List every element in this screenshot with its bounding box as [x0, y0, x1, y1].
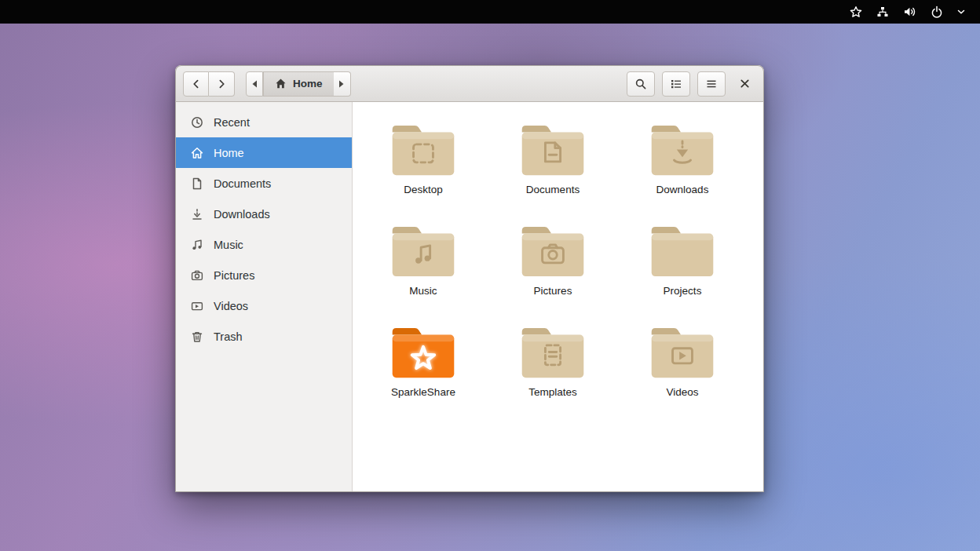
- network-icon[interactable]: [869, 0, 896, 24]
- file-label: Desktop: [404, 184, 443, 195]
- folder-icon: [517, 122, 589, 178]
- path-bar: Home: [246, 71, 351, 97]
- sidebar-item-label: Pictures: [214, 269, 254, 282]
- file-item-videos[interactable]: Videos: [623, 325, 741, 398]
- hamburger-menu-icon: [705, 78, 718, 90]
- back-chevron-icon: [190, 78, 203, 90]
- recent-clock-icon: [191, 116, 203, 129]
- folder-icon: [387, 224, 459, 279]
- download-arrow-icon: [191, 208, 203, 221]
- sidebar-item-pictures[interactable]: Pictures: [176, 260, 352, 290]
- home-icon: [275, 78, 287, 89]
- sidebar-item-documents[interactable]: Documents: [176, 168, 352, 199]
- home-icon: [191, 147, 203, 159]
- camera-icon: [191, 269, 203, 282]
- folder-icon: [646, 224, 719, 279]
- desktop-wallpaper: Home: [0, 0, 980, 551]
- sparkleshare-folder-icon: [387, 325, 459, 381]
- forward-button[interactable]: [209, 71, 235, 97]
- folder-icon: [517, 325, 589, 381]
- file-item-projects[interactable]: Projects: [623, 224, 741, 297]
- nav-buttons: [183, 71, 235, 97]
- sidebar-item-label: Home: [214, 147, 244, 159]
- trash-can-icon: [191, 330, 203, 343]
- file-item-pictures[interactable]: Pictures: [494, 224, 612, 297]
- path-current-location-button[interactable]: Home: [263, 71, 334, 97]
- sidebar-item-videos[interactable]: Videos: [176, 290, 352, 321]
- chevron-down-icon[interactable]: [950, 0, 972, 24]
- file-label: Documents: [526, 184, 580, 195]
- sidebar-item-label: Documents: [214, 177, 271, 190]
- file-grid: Desktop Documents: [353, 102, 763, 491]
- close-window-button[interactable]: [733, 71, 756, 97]
- window-body: Recent Home Documents: [175, 102, 764, 492]
- file-manager-window: Home: [175, 65, 764, 492]
- search-button[interactable]: [627, 71, 655, 97]
- file-label: Templates: [528, 386, 577, 398]
- sidebar-item-label: Trash: [214, 330, 243, 343]
- forward-chevron-icon: [215, 78, 228, 90]
- file-item-music[interactable]: Music: [364, 224, 482, 297]
- folder-icon: [517, 224, 589, 279]
- sidebar-item-home[interactable]: Home: [176, 137, 352, 168]
- view-toggle-button[interactable]: [662, 71, 690, 97]
- music-note-icon: [191, 239, 203, 251]
- sidebar-item-label: Recent: [214, 116, 250, 129]
- places-sidebar: Recent Home Documents: [176, 102, 353, 491]
- sidebar-item-music[interactable]: Music: [176, 229, 352, 260]
- file-label: SparkleShare: [391, 386, 455, 398]
- headerbar: Home: [175, 65, 764, 102]
- gnome-top-bar: [0, 0, 980, 24]
- sidebar-item-trash[interactable]: Trash: [176, 321, 352, 352]
- path-scroll-left-button[interactable]: [246, 71, 263, 97]
- folder-icon: [387, 122, 459, 178]
- file-label: Projects: [664, 285, 702, 297]
- sidebar-item-label: Downloads: [214, 208, 270, 221]
- headerbar-right-controls: [627, 71, 756, 97]
- triangle-right-icon: [338, 80, 345, 88]
- path-scroll-right-button[interactable]: [334, 71, 351, 97]
- volume-icon[interactable]: [896, 0, 923, 24]
- folder-icon: [646, 325, 719, 381]
- sidebar-item-downloads[interactable]: Downloads: [176, 199, 352, 229]
- list-view-icon: [670, 78, 682, 90]
- file-item-sparkleshare[interactable]: SparkleShare: [364, 325, 482, 398]
- file-item-documents[interactable]: Documents: [494, 122, 612, 195]
- close-icon: [739, 78, 751, 89]
- file-label: Music: [409, 285, 437, 297]
- back-button[interactable]: [183, 71, 209, 97]
- triangle-left-icon: [251, 80, 258, 88]
- favorites-star-icon[interactable]: [843, 0, 869, 24]
- file-label: Videos: [666, 386, 698, 398]
- document-icon: [191, 177, 203, 190]
- video-icon: [191, 300, 203, 312]
- path-current-location-label: Home: [293, 78, 323, 89]
- power-icon[interactable]: [923, 0, 950, 24]
- file-label: Downloads: [656, 184, 709, 195]
- file-item-downloads[interactable]: Downloads: [623, 122, 741, 195]
- menu-button[interactable]: [697, 71, 726, 97]
- file-item-templates[interactable]: Templates: [494, 325, 612, 398]
- folder-icon: [646, 122, 719, 178]
- sidebar-item-label: Music: [214, 239, 243, 251]
- search-icon: [634, 78, 647, 90]
- sidebar-item-recent[interactable]: Recent: [176, 107, 352, 137]
- file-item-desktop[interactable]: Desktop: [364, 122, 482, 195]
- file-label: Pictures: [534, 285, 572, 297]
- sidebar-item-label: Videos: [214, 300, 248, 312]
